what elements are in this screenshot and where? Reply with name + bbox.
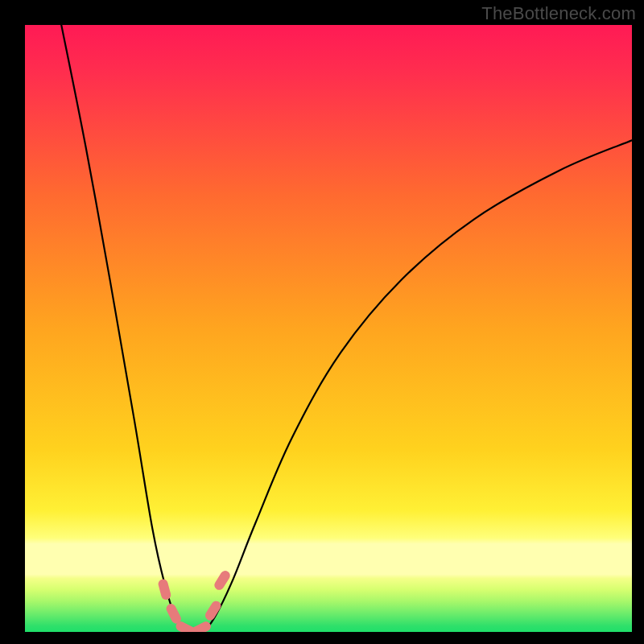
chart-frame: { "watermark": "TheBottleneck.com", "col… bbox=[0, 0, 644, 644]
watermark-text: TheBottleneck.com bbox=[481, 3, 636, 24]
gradient-plot-bg bbox=[25, 25, 632, 632]
chart-svg bbox=[0, 0, 644, 644]
